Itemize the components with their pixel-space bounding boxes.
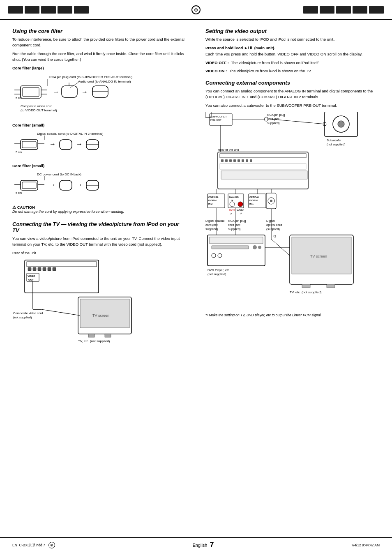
- footer-left: EN_C-BX3[E]f.indd 7 ⊕: [12, 542, 55, 548]
- press-hold-label: Press and hold iPod ►/⏸ (main unit).: [205, 46, 380, 50]
- svg-rect-86: [238, 159, 240, 162]
- header-block-6: [303, 6, 318, 14]
- svg-text:OUT: OUT: [28, 279, 34, 281]
- svg-text:↙: ↙: [230, 212, 233, 215]
- svg-text:DC power cord (to DC IN jack): DC power cord (to DC IN jack): [37, 173, 81, 176]
- svg-text:DIGITAL: DIGITAL: [249, 199, 258, 202]
- svg-rect-144: [327, 284, 335, 288]
- svg-rect-5: [23, 88, 39, 97]
- svg-text:IN 1: IN 1: [249, 203, 254, 205]
- svg-text:→: →: [53, 88, 59, 95]
- header-left-blocks: [8, 6, 89, 14]
- header-block-4: [58, 6, 72, 14]
- svg-text:cord (not: cord (not: [228, 223, 241, 227]
- svg-point-101: [230, 202, 235, 207]
- ext-para2: You can also connect a subwoofer to the …: [205, 103, 380, 108]
- svg-text:(to VIDEO OUT terminal): (to VIDEO OUT terminal): [21, 108, 57, 112]
- core-filter-small1-heading: Core filter (small): [12, 123, 187, 127]
- svg-text:Digital: Digital: [266, 219, 275, 223]
- svg-text:5 cm: 5 cm: [16, 151, 22, 154]
- svg-rect-49: [48, 267, 51, 271]
- footnote: *² Make the setting on TV, DVD player, e…: [205, 313, 380, 317]
- core-filter-small1-svg: Digital coaxial cord (to DIGITAL IN 2 te…: [12, 131, 156, 159]
- svg-text:DIGITAL: DIGITAL: [208, 199, 217, 202]
- svg-rect-39: [60, 180, 72, 190]
- svg-rect-22: [22, 141, 36, 148]
- svg-text:IN 2: IN 2: [208, 203, 212, 205]
- ext-para1: You can connect an analog component to t…: [205, 88, 380, 100]
- svg-text:TV screen: TV screen: [310, 254, 327, 258]
- footer-language: English: [192, 543, 207, 548]
- video-on-label: VIDEO ON :: [205, 69, 227, 73]
- video-off-text: The video/picture from iPod is shown on …: [231, 60, 319, 65]
- svg-text:OPTICAL: OPTICAL: [249, 196, 260, 198]
- svg-text:→: →: [76, 181, 83, 188]
- tv-para1: You can view a video/picture from iPod c…: [12, 236, 187, 248]
- ext-components-diagram: SUBWOOFER PRE-OUT RCA pin plug cord (not…: [205, 112, 380, 310]
- svg-line-63: [41, 309, 80, 315]
- svg-text:Audio cord (to ANALOG IN termi: Audio cord (to ANALOG IN terminal): [78, 80, 131, 83]
- svg-text:(not supplied): (not supplied): [13, 315, 32, 319]
- svg-text:→: →: [49, 140, 56, 147]
- svg-rect-83: [225, 159, 228, 162]
- ext-components-svg: SUBWOOFER PRE-OUT RCA pin plug cord (not…: [205, 112, 370, 309]
- footer-compass-icon: ⊕: [48, 542, 55, 548]
- caution-title: ⚠ CAUTION: [12, 205, 124, 210]
- svg-text:Digital coaxial: Digital coaxial: [205, 219, 225, 223]
- svg-text:VIDEO: VIDEO: [28, 275, 35, 277]
- svg-text:White: White: [237, 209, 244, 212]
- svg-text:cord (not: cord (not: [267, 117, 280, 121]
- svg-rect-91: [221, 171, 307, 179]
- main-content: Using the core filter To reduce interfer…: [0, 20, 392, 537]
- svg-rect-85: [233, 159, 236, 162]
- svg-text:PRE-OUT: PRE-OUT: [210, 119, 221, 121]
- section-ext-components-title: Connecting external components: [205, 80, 380, 86]
- svg-text:supplied): supplied): [267, 121, 280, 125]
- svg-rect-87: [242, 159, 244, 162]
- rear-unit-label-left: Rear of the unit: [12, 251, 187, 255]
- caution-block: ⚠ CAUTION Do not damage the cord by appl…: [12, 205, 187, 214]
- svg-text:→: →: [76, 140, 83, 147]
- core-filter-small2-diagram: DC power cord (to DC IN jack) 5 cm → →: [12, 171, 187, 201]
- svg-text:Red: Red: [229, 209, 235, 212]
- header-compass-icon: ⊕: [191, 5, 201, 14]
- svg-rect-61: [88, 334, 95, 337]
- svg-text:SUBWOOFER: SUBWOOFER: [210, 115, 227, 118]
- svg-rect-50: [53, 267, 56, 271]
- svg-rect-132: [212, 246, 249, 249]
- video-off-label: VIDEO OFF :: [205, 60, 229, 65]
- svg-text:↗: ↗: [240, 212, 242, 215]
- video-off-line: VIDEO OFF : The video/picture from iPod …: [205, 60, 380, 66]
- core-filter-small1-diagram: Digital coaxial cord (to DIGITAL IN 2 te…: [12, 131, 187, 160]
- caution-text: Do not damage the cord by applying expre…: [12, 210, 124, 214]
- footer-bar: EN_C-BX3[E]f.indd 7 ⊕ English 7 7/4/12 9…: [0, 537, 392, 552]
- svg-rect-12: [62, 86, 77, 97]
- svg-point-133: [253, 245, 257, 249]
- header-block-10: [369, 6, 384, 14]
- svg-rect-80: [218, 152, 308, 189]
- svg-rect-88: [246, 159, 248, 162]
- page-number-area: English 7: [192, 541, 214, 549]
- svg-rect-84: [229, 159, 232, 162]
- svg-text:optical cord: optical cord: [266, 223, 282, 227]
- svg-text:DVD Player, etc.: DVD Player, etc.: [208, 268, 230, 272]
- svg-rect-81: [220, 154, 306, 158]
- page-number: 7: [210, 541, 214, 549]
- header-block-5: [74, 6, 89, 14]
- header-block-7: [320, 6, 334, 14]
- svg-point-136: [218, 253, 222, 258]
- footer-filename: EN_C-BX3[E]f.indd 7: [12, 543, 45, 547]
- header-block-2: [25, 6, 39, 14]
- tv-diagram: Rear of the unit VIDEO OUT: [12, 251, 187, 347]
- core-filter-large-diagram: RCA pin plug cord (to SUBWOOFER PRE-OUT …: [12, 74, 187, 120]
- svg-rect-89: [250, 159, 252, 162]
- svg-point-73: [338, 121, 344, 127]
- video-on-text: The video/picture from iPod is shown on …: [229, 69, 311, 73]
- core-filter-large-heading: Core filter (large): [12, 66, 187, 70]
- svg-text:supplied): supplied): [228, 227, 241, 231]
- svg-point-134: [258, 246, 261, 249]
- svg-rect-82: [221, 159, 224, 162]
- svg-text:COAXIAL: COAXIAL: [208, 196, 219, 198]
- header-right-blocks: [303, 6, 384, 14]
- svg-text:IN: IN: [231, 199, 233, 202]
